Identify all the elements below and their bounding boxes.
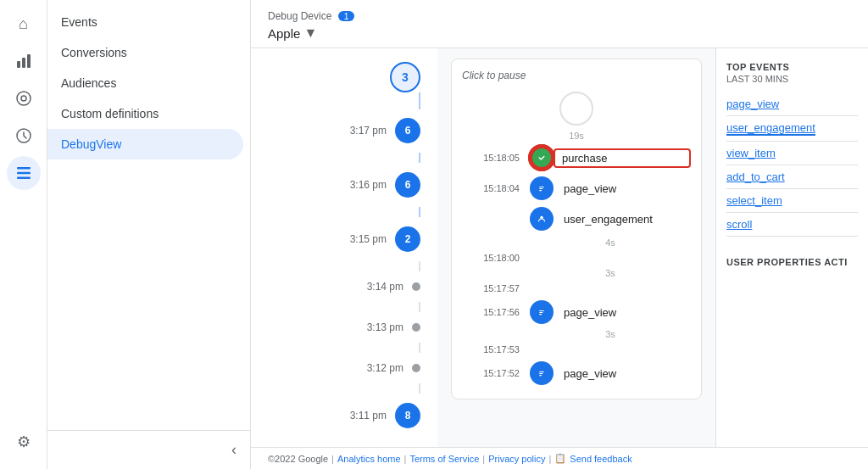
time-label-317: 3:17 pm [344,125,387,137]
page-view-icon-3[interactable] [530,361,554,385]
device-dropdown-arrow[interactable]: ▼ [303,25,317,41]
purchase-label[interactable]: purchase [554,148,691,168]
sidebar-collapse-button[interactable]: ‹ [47,430,250,469]
footer-sep-2: | [404,454,407,464]
click-to-pause[interactable]: Click to pause [462,70,691,81]
top-event-scroll: scroll [726,213,858,237]
footer-privacy[interactable]: Privacy policy [488,454,545,464]
sidebar-item-audiences[interactable]: Audiences [47,68,243,98]
top-event-name-select-item[interactable]: select_item [726,194,858,207]
footer: ©2022 Google | Analytics home | Terms of… [251,447,868,469]
gap-19s: 19s [569,129,584,142]
configure-nav-icon[interactable] [7,156,41,190]
sidebar-item-custom-definitions[interactable]: Custom definitions [47,98,243,129]
stream-entry-181800: 15:18:00 [462,249,691,266]
top-event-select-item: select_item [726,189,858,213]
stream-time-181805: 15:18:05 [462,153,530,163]
timeline-dot-313[interactable] [412,323,420,332]
debug-label-row: Debug Device 1 [268,10,851,22]
svg-rect-7 [17,172,31,175]
gap-3s-2: 3s [537,327,615,341]
settings-icon[interactable]: ⚙ [7,425,41,459]
advertising-nav-icon[interactable] [7,119,41,153]
timeline-bubble-316[interactable]: 6 [395,172,420,198]
stream-timeline: 19s 15:18:05 purchase [462,92,691,388]
svg-rect-0 [17,61,20,68]
svg-rect-13 [539,190,542,191]
stream-entry-userengagement: user_engagement [462,204,691,234]
top-event-name-view-item[interactable]: view_item [726,147,858,159]
timeline-dot-314[interactable] [412,282,420,291]
timeline-row-313: 3:13 pm [251,313,437,342]
timeline-panel: — 3 — 3:17 pm 6 [251,48,437,447]
time-label-316: 3:16 pm [344,179,387,191]
content-panels: — 3 — 3:17 pm 6 [251,48,868,447]
top-event-name-user-engagement[interactable]: user_engagement [726,121,815,136]
footer-feedback-link[interactable]: Send feedback [570,454,632,464]
page-view-icon-1[interactable] [530,176,554,200]
timeline-row-314: 3:14 pm [251,272,437,301]
top-events-subtitle: LAST 30 MINS [726,74,858,84]
stream-time-181800: 15:18:00 [462,253,530,263]
sidebar-item-conversions[interactable]: Conversions [47,37,243,68]
timeline-dot-312[interactable] [412,364,420,372]
timeline-bubble-315[interactable]: 2 [395,226,420,252]
user-properties-title: USER PROPERTIES ACTI [726,257,858,267]
reports-nav-icon[interactable] [7,44,41,78]
footer-terms[interactable]: Terms of Service [409,454,479,464]
svg-point-4 [21,96,26,101]
top-event-add-to-cart: add_to_cart [726,165,858,189]
sidebar-item-debugview[interactable]: DebugView [47,129,243,159]
top-events-title: TOP EVENTS [726,62,858,72]
svg-rect-18 [539,312,542,313]
svg-rect-6 [17,167,31,170]
timeline-row-317: 3:17 pm 6 [251,109,437,152]
timeline-top-bubble[interactable]: 3 [390,62,420,92]
stream-time-171756: 15:17:56 [462,307,530,317]
footer-analytics-home[interactable]: Analytics home [337,454,401,464]
svg-rect-2 [27,54,31,68]
top-event-view-item: view_item [726,142,858,165]
footer-copyright: ©2022 Google [268,454,328,464]
svg-rect-17 [539,310,544,311]
debug-device-label: Debug Device [268,10,331,22]
debug-bar: Debug Device 1 Apple ▼ [251,0,868,48]
page-view-icon-2[interactable] [530,300,554,324]
stream-entry-pageview3: 15:17:52 page_view [462,358,691,388]
page-view-label-1: page_view [554,182,691,195]
footer-feedback[interactable]: 📋 Send feedback [554,453,632,464]
gap-3s-1: 3s [537,266,615,280]
user-engagement-icon[interactable] [530,207,554,231]
timeline-row-316: 3:16 pm 6 [251,164,437,206]
time-label-315: 3:15 pm [344,233,387,245]
time-label-311: 3:11 pm [344,410,387,422]
time-label-314: 3:14 pm [361,281,403,293]
debug-device-row: Apple ▼ [268,25,851,41]
top-event-name-scroll[interactable]: scroll [726,218,858,231]
footer-sep-4: | [548,454,551,464]
svg-rect-8 [17,177,31,180]
svg-rect-11 [539,187,544,187]
page-view-label-3: page_view [554,367,691,380]
event-stream-inner: Click to pause 19s 15:18:05 [451,59,702,399]
svg-point-9 [537,153,546,162]
footer-sep-1: | [331,454,334,464]
purchase-icon[interactable] [530,146,554,170]
timeline-bubble-311[interactable]: 8 [395,403,420,428]
top-event-name-page-view[interactable]: page_view [726,98,858,110]
sidebar-item-events[interactable]: Events [47,7,243,37]
stream-entry-171757: 15:17:57 [462,280,691,297]
footer-sep-3: | [482,454,485,464]
icon-rail: ⌂ ⚙ [0,0,47,469]
svg-point-3 [17,92,31,105]
event-stream-panel: Click to pause 19s 15:18:05 [437,48,715,447]
timeline-row-315: 3:15 pm 2 [251,218,437,260]
stream-time-171753: 15:17:53 [462,344,530,355]
top-event-name-add-to-cart[interactable]: add_to_cart [726,170,858,183]
timeline-bubble-317[interactable]: 6 [395,118,420,143]
stream-time-171757: 15:17:57 [462,283,530,293]
home-nav-icon[interactable]: ⌂ [7,7,41,41]
stream-top-circle [559,92,593,126]
explore-nav-icon[interactable] [7,81,41,115]
svg-rect-22 [539,373,542,374]
